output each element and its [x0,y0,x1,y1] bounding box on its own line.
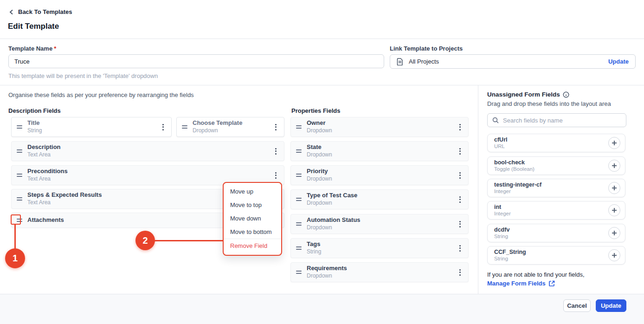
drag-handle-icon[interactable] [296,149,302,152]
annotation-connector-line-1 [14,225,16,249]
external-link-icon [549,280,555,286]
field-menu-button[interactable] [457,195,463,204]
field-row-title[interactable]: TitleString [11,117,172,137]
back-link-label: Back To Templates [18,8,72,15]
drag-handle-icon[interactable] [182,125,187,128]
plus-icon [612,207,617,213]
field-row-type-of-test-case[interactable]: Type of Test CaseDropdown [290,189,469,209]
unassigned-field-bool-check[interactable]: bool-checkToggle (Boolean) [487,156,625,175]
field-menu-button[interactable] [273,171,278,180]
sidebar-divider [478,85,478,294]
add-field-button[interactable] [608,249,620,261]
drag-handle-icon[interactable] [17,149,22,152]
field-menu-button[interactable] [457,123,463,132]
drag-handle-icon[interactable] [296,271,302,273]
field-menu-button[interactable] [457,171,463,180]
context-menu-item-remove-field[interactable]: Remove Field [224,239,281,253]
field-row-priority[interactable]: PriorityDropdown [290,165,469,185]
drag-handle-icon[interactable] [296,174,302,176]
context-menu-item-move-to-bottom[interactable]: Move to bottom [224,225,281,239]
context-menu-item-move-down[interactable]: Move down [224,212,281,225]
field-row-automation-status[interactable]: Automation StatusDropdown [290,214,469,234]
field-menu-button[interactable] [457,244,463,253]
unassigned-field-testing-integer-cf[interactable]: testing-integer-cfInteger [487,179,625,197]
sidebar-footer-note: If you are not able to find your fields, [487,271,585,278]
update-projects-link[interactable]: Update [608,58,629,65]
drag-handle-icon[interactable] [296,222,302,225]
field-menu-button[interactable] [161,123,166,132]
linked-projects-value: All Projects [409,58,603,65]
annotation-step-2-badge: 2 [135,231,155,250]
search-box[interactable] [487,113,626,127]
context-menu-item-move-up[interactable]: Move up [224,185,281,198]
field-menu-button[interactable] [273,147,278,156]
drag-handle-icon[interactable] [296,198,302,201]
field-row-owner[interactable]: OwnerDropdown [290,117,469,137]
context-menu-item-move-to-top[interactable]: Move to top [224,198,281,212]
field-row-tags[interactable]: TagsString [290,238,469,258]
template-name-helper: This template will be present in the 'Te… [8,72,158,79]
template-name-label: Template Name* [8,45,56,52]
unassigned-field-int[interactable]: intInteger [487,201,625,220]
search-input[interactable] [503,117,621,124]
unassigned-field-ccf-string[interactable]: CCF_StringString [487,246,625,265]
unassigned-field-dcdfv[interactable]: dcdfvString [487,224,625,242]
cancel-button[interactable]: Cancel [563,299,591,312]
drag-handle-icon[interactable] [17,197,22,200]
field-menu-button[interactable] [457,220,463,229]
edit-template-page: Back To Templates Edit Template Template… [0,0,644,324]
field-row-description[interactable]: DescriptionText Area [11,141,284,161]
plus-icon [612,163,617,168]
document-icon [397,58,403,65]
drag-handle-icon[interactable] [17,174,22,176]
annotation-step-1-badge: 1 [5,248,25,268]
field-menu-button[interactable] [273,123,278,132]
field-context-menu: Move up Move to top Move down Move to bo… [223,182,282,256]
organise-hint: Organise these fields as per your prefer… [8,91,194,98]
manage-form-fields-link[interactable]: Manage Form Fields [487,280,555,287]
annotation-highlight-box [11,214,21,225]
field-row-choose-template[interactable]: Choose TemplateDropdown [176,117,284,137]
update-button[interactable]: Update [596,299,626,312]
properties-fields-title: Properties Fields [291,107,340,114]
plus-icon [612,185,617,191]
annotation-connector-line-2 [154,240,223,241]
unassigned-field-cfurl[interactable]: cfUrlURL [487,134,625,152]
section-divider [0,85,644,85]
drag-handle-icon[interactable] [296,125,302,128]
add-field-button[interactable] [608,227,620,239]
drag-handle-icon[interactable] [296,246,302,249]
add-field-button[interactable] [608,204,620,216]
plus-icon [612,140,617,146]
required-asterisk: * [54,45,56,52]
plus-icon [612,253,617,258]
field-row-state[interactable]: StateDropdown [290,141,469,161]
add-field-button[interactable] [608,182,620,194]
drag-handle-icon[interactable] [17,125,22,128]
header-divider [0,39,644,39]
info-icon[interactable] [563,91,569,98]
link-projects-label: Link Template to Projects [390,45,463,52]
field-menu-button[interactable] [457,268,463,277]
description-fields-title: Description Fields [8,107,61,114]
add-field-button[interactable] [608,160,620,172]
footer-bar [0,294,644,324]
add-field-button[interactable] [608,137,620,149]
page-title: Edit Template [8,22,59,31]
sidebar-subtitle: Drag and drop these fields into the layo… [487,100,611,107]
sidebar-title: Unassigned Form Fields [487,91,560,98]
back-to-templates-link[interactable]: Back To Templates [9,8,72,15]
template-name-input[interactable] [8,54,384,68]
field-menu-button[interactable] [457,147,463,156]
linked-projects-box[interactable]: All Projects Update [390,54,636,69]
search-icon [492,117,499,123]
field-row-requirements[interactable]: RequirementsDropdown [290,262,469,282]
plus-icon [612,230,617,236]
chevron-left-icon [9,9,14,15]
